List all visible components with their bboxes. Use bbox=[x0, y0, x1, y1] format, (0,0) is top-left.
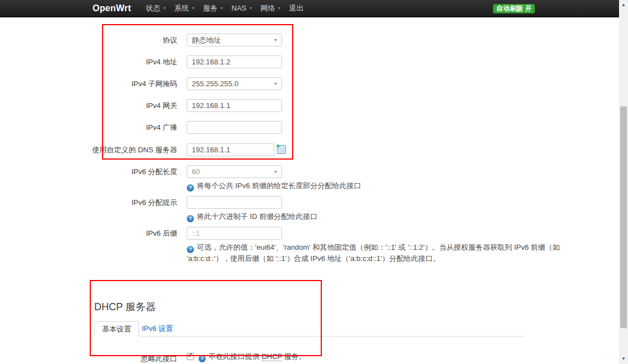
nav-item-system[interactable]: 系统▼ bbox=[170, 0, 199, 16]
ip6ifaceid-label: IPv6 后缀 bbox=[34, 227, 177, 240]
ignore-interface-checkbox[interactable]: ✔ bbox=[187, 353, 194, 360]
help-text: 可选，允许的值：'eui64'、'random' 和其他固定值（例如：'::1'… bbox=[187, 243, 560, 263]
scrollbar-thumb[interactable] bbox=[620, 106, 627, 328]
help-text: 将此十六进制子 ID 前缀分配给此接口 bbox=[197, 212, 317, 221]
ipv4-netmask-select[interactable]: 255.255.255.0▼ bbox=[187, 77, 282, 90]
custom-dns-label: 使用自定义的 DNS 服务器 bbox=[34, 143, 177, 156]
main-menu: 状态▼系统▼服务▼NAS▼网络▼退出 bbox=[142, 0, 307, 16]
annotation-rectangle-dhcp bbox=[90, 280, 322, 356]
top-navbar: OpenWrt 状态▼系统▼服务▼NAS▼网络▼退出 自动刷新 开 bbox=[0, 0, 619, 17]
nav-item-label: 网络 bbox=[260, 0, 275, 16]
protocol-selected-value: 静态地址 bbox=[192, 36, 221, 44]
add-entry-icon[interactable] bbox=[277, 145, 286, 154]
vertical-scrollbar[interactable]: ▲ ▼ bbox=[619, 0, 628, 364]
ipv4-broadcast-label: IPv4 广播 bbox=[34, 121, 177, 134]
dropdown-arrow-icon: ▼ bbox=[274, 34, 278, 46]
tab-basic-settings[interactable]: 基本设置 bbox=[94, 321, 139, 337]
nav-item-label: NAS bbox=[232, 0, 247, 16]
ipv4-broadcast-input[interactable] bbox=[187, 121, 282, 134]
ip6assign-select[interactable]: 60▼ bbox=[187, 165, 282, 178]
ipv4-address-label: IPv4 地址 bbox=[34, 55, 177, 68]
ip6assign-selected-value: 60 bbox=[192, 167, 200, 176]
nav-item-services[interactable]: 服务▼ bbox=[199, 0, 228, 16]
nav-item-label: 退出 bbox=[289, 0, 303, 16]
tab-ipv6-settings[interactable]: IPv6 设置 bbox=[135, 321, 181, 337]
ip6assign-help: ?将每个公共 IPv6 前缀的给定长度部分分配给此接口 bbox=[187, 180, 361, 192]
ipv4-address-value: 192.168.1.2 bbox=[192, 58, 230, 66]
help-icon: ? bbox=[187, 215, 194, 222]
nav-item-label: 服务 bbox=[203, 0, 218, 16]
chevron-down-icon: ▼ bbox=[249, 0, 253, 16]
interface-settings-form: 协议静态地址▼IPv4 地址192.168.1.2IPv4 子网掩码255.25… bbox=[0, 17, 619, 364]
dhcp-abbr-link[interactable]: DHCP bbox=[262, 352, 283, 361]
nav-item-status[interactable]: 状态▼ bbox=[142, 0, 170, 16]
dropdown-arrow-icon: ▼ bbox=[274, 166, 278, 178]
ipv4-address-input[interactable]: 192.168.1.2 bbox=[187, 55, 282, 68]
chevron-down-icon: ▼ bbox=[277, 0, 281, 16]
help-text: 将每个公共 IPv6 前缀的给定长度部分分配给此接口 bbox=[197, 181, 361, 190]
nav-item-label: 状态 bbox=[146, 0, 160, 16]
help-icon: ? bbox=[187, 246, 194, 253]
checkmark-icon: ✔ bbox=[187, 352, 192, 359]
custom-dns-value: 192.168.1.1 bbox=[192, 146, 230, 154]
chevron-down-icon: ▼ bbox=[191, 0, 195, 16]
protocol-select[interactable]: 静态地址▼ bbox=[187, 34, 282, 46]
ip6hint-label: IPv6 分配提示 bbox=[34, 196, 177, 209]
help-icon: ? bbox=[187, 184, 194, 192]
nav-item-logout[interactable]: 退出 bbox=[285, 0, 307, 16]
help-icon: ? bbox=[198, 355, 206, 362]
ipv4-gateway-input[interactable]: 192.168.1.1 bbox=[187, 99, 282, 112]
dhcp-server-heading: DHCP 服务器 bbox=[94, 300, 156, 314]
help-text: 服务。 bbox=[282, 352, 306, 361]
ipv4-gateway-label: IPv4 网关 bbox=[34, 99, 177, 112]
help-text: 不在此接口提供 bbox=[209, 352, 262, 361]
ignore-interface-help: ?不在此接口提供 DHCP 服务。 bbox=[198, 352, 306, 362]
chevron-down-icon: ▼ bbox=[220, 0, 224, 16]
scroll-down-arrow-icon[interactable]: ▼ bbox=[619, 355, 628, 363]
ignore-interface-label: 忽略此接口 bbox=[34, 352, 177, 364]
ip6hint-input[interactable] bbox=[187, 196, 282, 209]
ip6ifaceid-input[interactable]: ::1 bbox=[187, 227, 282, 240]
nav-item-nas[interactable]: NAS▼ bbox=[228, 0, 257, 16]
ip6ifaceid-help: ?可选，允许的值：'eui64'、'random' 和其他固定值（例如：'::1… bbox=[187, 242, 588, 264]
ipv4-gateway-value: 192.168.1.1 bbox=[192, 101, 230, 110]
chevron-down-icon: ▼ bbox=[163, 0, 167, 16]
ipv4-netmask-label: IPv4 子网掩码 bbox=[34, 77, 177, 90]
ignore-interface-row: 忽略此接口 ✔ ?不在此接口提供 DHCP 服务。 bbox=[0, 352, 619, 361]
protocol-label: 协议 bbox=[34, 34, 177, 46]
ip6hint-help: ?将此十六进制子 ID 前缀分配给此接口 bbox=[187, 211, 317, 222]
ip6assign-label: IPv6 分配长度 bbox=[34, 165, 177, 178]
autorefresh-toggle[interactable]: 自动刷新 开 bbox=[493, 4, 535, 13]
openwrt-logo: OpenWrt bbox=[93, 0, 131, 16]
ip6ifaceid-placeholder: ::1 bbox=[192, 229, 200, 237]
scroll-up-arrow-icon[interactable]: ▲ bbox=[619, 1, 628, 9]
nav-item-label: 系统 bbox=[174, 0, 189, 16]
dropdown-arrow-icon: ▼ bbox=[274, 78, 278, 90]
openwrt-admin-page: OpenWrt 状态▼系统▼服务▼NAS▼网络▼退出 自动刷新 开 协议静态地址… bbox=[0, 0, 628, 364]
custom-dns-input[interactable]: 192.168.1.1 bbox=[187, 143, 274, 156]
ipv4-netmask-selected-value: 255.255.255.0 bbox=[192, 80, 238, 88]
nav-item-network[interactable]: 网络▼ bbox=[256, 0, 285, 16]
